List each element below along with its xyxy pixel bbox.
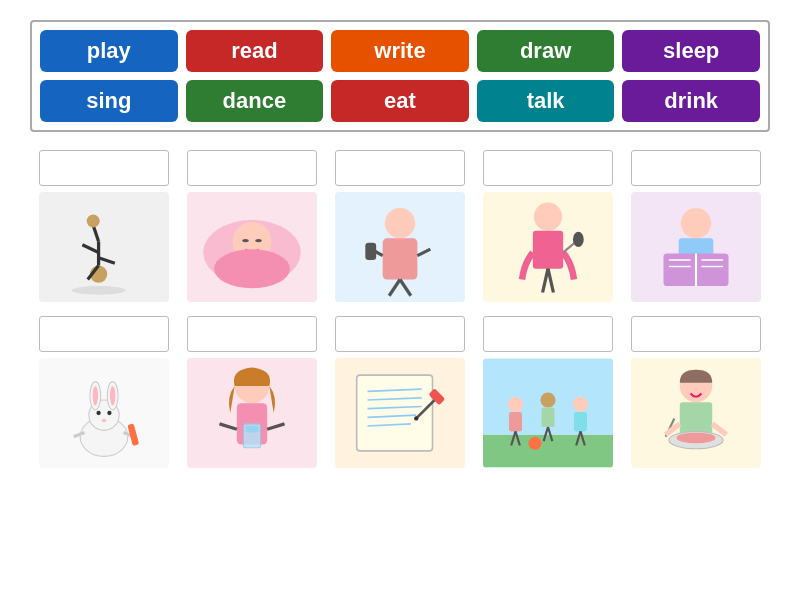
svg-line-2 — [82, 245, 98, 253]
image-cell-rabbit — [39, 358, 169, 468]
svg-line-16 — [400, 280, 411, 296]
boy-eat-icon — [631, 358, 761, 468]
word-read[interactable]: read — [186, 30, 324, 72]
word-row-2: sing dance eat talk drink — [40, 80, 760, 122]
image-row-2 — [30, 358, 770, 468]
answer-box-2-4[interactable] — [483, 316, 613, 352]
svg-point-59 — [414, 416, 418, 420]
girl-drink-icon — [187, 358, 317, 468]
svg-rect-18 — [365, 243, 376, 260]
activity-row-1-section — [30, 150, 770, 302]
svg-line-15 — [389, 280, 400, 296]
word-sing[interactable]: sing — [40, 80, 178, 122]
answer-box-1-1[interactable] — [39, 150, 169, 186]
word-dance[interactable]: dance — [186, 80, 324, 122]
svg-rect-64 — [509, 412, 522, 432]
svg-point-79 — [677, 433, 716, 444]
svg-point-10 — [242, 239, 249, 242]
word-play[interactable]: play — [40, 30, 178, 72]
svg-point-20 — [534, 203, 562, 231]
image-cell-play — [483, 358, 613, 468]
svg-rect-14 — [383, 238, 418, 279]
svg-line-51 — [267, 424, 284, 429]
activity-row-2-section — [30, 316, 770, 468]
word-sleep[interactable]: sleep — [622, 30, 760, 72]
answer-row-1 — [30, 150, 770, 186]
svg-point-41 — [107, 411, 111, 415]
svg-point-39 — [110, 386, 115, 406]
image-cell-read — [631, 192, 761, 302]
answer-box-1-5[interactable] — [631, 150, 761, 186]
svg-point-4 — [87, 215, 100, 228]
answer-box-2-5[interactable] — [631, 316, 761, 352]
image-cell-write — [335, 358, 465, 468]
answer-box-1-4[interactable] — [483, 150, 613, 186]
svg-point-75 — [529, 437, 542, 450]
svg-point-67 — [540, 392, 555, 407]
svg-point-7 — [72, 286, 126, 295]
svg-rect-21 — [533, 231, 563, 269]
image-cell-drink — [187, 358, 317, 468]
svg-point-26 — [681, 208, 711, 238]
answer-box-1-2[interactable] — [187, 150, 317, 186]
baby-reading-icon — [631, 192, 761, 302]
answer-row-2 — [30, 316, 770, 352]
svg-point-25 — [573, 232, 584, 247]
svg-line-23 — [548, 269, 553, 293]
image-cell-breakdance — [39, 192, 169, 302]
answer-box-2-1[interactable] — [39, 316, 169, 352]
word-eat[interactable]: eat — [331, 80, 469, 122]
sleeping-baby-icon — [187, 192, 317, 302]
svg-line-5 — [99, 258, 115, 263]
svg-point-40 — [96, 411, 100, 415]
girl-phone-icon — [335, 192, 465, 302]
image-row-1 — [30, 192, 770, 302]
svg-point-38 — [93, 386, 98, 406]
svg-point-13 — [385, 208, 415, 238]
svg-rect-68 — [542, 408, 555, 428]
svg-rect-72 — [574, 412, 587, 432]
svg-line-3 — [93, 225, 98, 241]
kids-play-icon — [483, 358, 613, 468]
svg-point-71 — [573, 397, 588, 412]
svg-line-50 — [220, 424, 237, 429]
svg-point-42 — [102, 419, 106, 422]
svg-line-19 — [417, 249, 430, 256]
breakdance-icon — [39, 192, 169, 302]
svg-point-11 — [255, 239, 262, 242]
word-row-1: play read write draw sleep — [40, 30, 760, 72]
image-cell-sing — [483, 192, 613, 302]
answer-box-2-2[interactable] — [187, 316, 317, 352]
svg-rect-61 — [483, 435, 613, 468]
word-write[interactable]: write — [331, 30, 469, 72]
word-bank: play read write draw sleep sing dance ea… — [30, 20, 770, 132]
word-drink[interactable]: drink — [622, 80, 760, 122]
svg-line-82 — [712, 424, 726, 435]
svg-point-12 — [214, 249, 290, 288]
rabbit-icon — [39, 358, 169, 468]
svg-line-81 — [666, 424, 680, 435]
girl-sing-icon — [483, 192, 613, 302]
svg-rect-49 — [246, 426, 259, 433]
svg-point-63 — [508, 397, 523, 412]
writing-icon — [335, 358, 465, 468]
image-cell-phone — [335, 192, 465, 302]
word-draw[interactable]: draw — [477, 30, 615, 72]
answer-box-1-3[interactable] — [335, 150, 465, 186]
answer-box-2-3[interactable] — [335, 316, 465, 352]
image-cell-sleep — [187, 192, 317, 302]
main-container: play read write draw sleep sing dance ea… — [0, 0, 800, 502]
image-cell-eat — [631, 358, 761, 468]
word-talk[interactable]: talk — [477, 80, 615, 122]
